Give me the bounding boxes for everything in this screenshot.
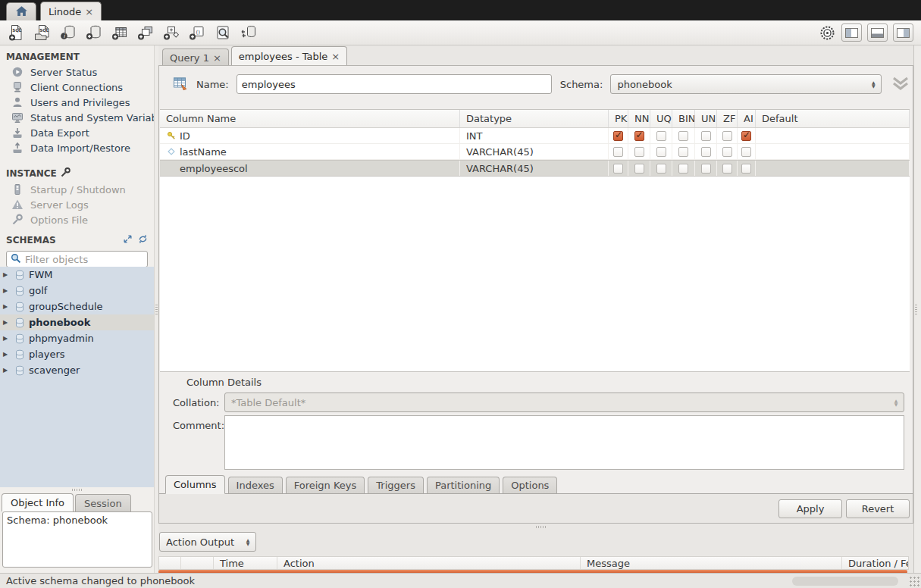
header-datatype[interactable]: Datatype	[460, 110, 609, 127]
spinner-icon[interactable]: ▲▼	[242, 538, 254, 546]
table-name-input[interactable]	[237, 74, 552, 94]
output-selector[interactable]: Action Output ▲▼	[159, 532, 256, 552]
un-checkbox[interactable]	[701, 147, 711, 157]
open-sql-script-icon[interactable]: SQL	[33, 23, 52, 42]
nn-checkbox[interactable]	[634, 147, 644, 157]
sidebar-item-options-file[interactable]: Options File	[0, 212, 154, 227]
connection-tab[interactable]: Linode ×	[40, 2, 102, 20]
close-icon[interactable]: ×	[85, 7, 93, 17]
tab-session[interactable]: Session	[75, 494, 131, 511]
uq-checkbox[interactable]	[656, 147, 666, 157]
sidebar-item-data-import[interactable]: Data Import/Restore	[0, 140, 154, 155]
expander-icon[interactable]: ▶	[3, 367, 11, 374]
schema-tree-item[interactable]: ▶ scavenger	[0, 362, 154, 378]
pk-checkbox[interactable]	[613, 164, 623, 174]
toggle-bottom-panel-button[interactable]	[867, 23, 888, 42]
revert-button[interactable]: Revert	[846, 499, 910, 518]
sidebar-item-system-variables[interactable]: Status and System Variables	[0, 110, 154, 125]
pk-checkbox[interactable]	[613, 131, 623, 141]
expander-icon[interactable]: ▶	[3, 335, 11, 342]
header-pk[interactable]: PK	[609, 110, 628, 127]
sidebar-item-server-logs[interactable]: Server Logs	[0, 197, 154, 212]
output-col-time[interactable]: Time	[214, 557, 277, 569]
schema-tree-item-selected[interactable]: ▶ phonebook	[0, 314, 154, 330]
tab-query-1[interactable]: Query 1 ×	[162, 48, 229, 66]
search-table-data-icon[interactable]	[214, 23, 232, 42]
sidebar-splitter-grip[interactable]	[72, 489, 83, 491]
expander-icon[interactable]: ▶	[3, 287, 11, 294]
comment-textarea[interactable]	[224, 415, 904, 470]
sidebar-item-client-connections[interactable]: Client Connections	[0, 80, 154, 95]
bin-checkbox[interactable]	[678, 164, 688, 174]
pk-checkbox[interactable]	[613, 147, 623, 157]
schema-tree-item[interactable]: ▶ FWM	[0, 267, 154, 283]
expander-icon[interactable]: ▶	[3, 303, 11, 310]
connection-info-icon[interactable]: i	[59, 23, 77, 42]
column-row-id[interactable]: ID INT	[160, 128, 910, 144]
bin-checkbox[interactable]	[678, 131, 688, 141]
tab-employees-table[interactable]: employees - Table ×	[231, 46, 347, 66]
tab-object-info[interactable]: Object Info	[2, 493, 74, 511]
bin-checkbox[interactable]	[678, 147, 688, 157]
schema-tree-item[interactable]: ▶ groupSchedule	[0, 299, 154, 314]
header-nn[interactable]: NN	[628, 110, 650, 127]
tab-options[interactable]: Options	[503, 477, 557, 493]
output-splitter-grip[interactable]	[536, 526, 547, 528]
header-default[interactable]: Default	[756, 110, 910, 127]
expander-icon[interactable]: ▶	[3, 319, 11, 326]
column-row-employeescol[interactable]: employeescol VARCHAR(45)	[160, 160, 910, 177]
header-ai[interactable]: AI	[738, 110, 756, 127]
output-col-message[interactable]: Message	[581, 557, 842, 569]
nn-checkbox[interactable]	[634, 164, 644, 174]
expander-icon[interactable]: ▶	[3, 271, 11, 278]
right-panel-splitter[interactable]	[913, 45, 921, 573]
tab-triggers[interactable]: Triggers	[368, 477, 424, 493]
sidebar-item-data-export[interactable]: Data Export	[0, 125, 154, 140]
un-checkbox[interactable]	[701, 131, 711, 141]
resize-grip[interactable]	[909, 576, 919, 586]
schema-tree-item[interactable]: ▶ players	[0, 346, 154, 362]
close-icon[interactable]: ×	[213, 53, 221, 63]
close-icon[interactable]: ×	[331, 52, 340, 61]
create-procedure-icon[interactable]	[162, 23, 180, 42]
ai-checkbox[interactable]	[741, 147, 751, 157]
zf-checkbox[interactable]	[722, 131, 732, 141]
ai-checkbox[interactable]	[741, 164, 751, 174]
schema-tree-item[interactable]: ▶ phpmyadmin	[0, 330, 154, 346]
tab-indexes[interactable]: Indexes	[228, 477, 283, 493]
toggle-left-sidebar-button[interactable]	[841, 23, 862, 42]
refresh-schemas-icon[interactable]	[138, 234, 148, 246]
header-zf[interactable]: ZF	[717, 110, 738, 127]
zf-checkbox[interactable]	[722, 164, 732, 174]
ai-checkbox[interactable]	[741, 131, 751, 141]
home-tab[interactable]	[6, 2, 36, 20]
tab-foreign-keys[interactable]: Foreign Keys	[286, 477, 365, 493]
uq-checkbox[interactable]	[656, 131, 666, 141]
header-column-name[interactable]: Column Name	[160, 110, 460, 127]
output-col-action[interactable]: Action	[277, 557, 581, 569]
create-function-icon[interactable]: ()	[188, 23, 206, 42]
new-sql-tab-icon[interactable]: SQL	[8, 23, 26, 42]
column-row-lastname[interactable]: lastName VARCHAR(45)	[160, 144, 910, 160]
toggle-right-sidebar-button[interactable]	[893, 23, 913, 42]
header-bin[interactable]: BIN	[672, 110, 695, 127]
status-scrollbar-thumb[interactable]	[792, 577, 898, 586]
apply-button[interactable]: Apply	[778, 499, 842, 518]
create-table-icon[interactable]	[111, 23, 129, 42]
expander-icon[interactable]: ▶	[3, 351, 11, 358]
tab-partitioning[interactable]: Partitioning	[427, 477, 500, 493]
create-schema-icon[interactable]	[85, 23, 103, 42]
schema-tree-item[interactable]: ▶ golf	[0, 283, 154, 299]
output-col-duration[interactable]: Duration / Fetch	[842, 557, 908, 569]
un-checkbox[interactable]	[701, 164, 711, 174]
uq-checkbox[interactable]	[656, 164, 666, 174]
expand-schemas-icon[interactable]	[123, 234, 133, 246]
tab-columns[interactable]: Columns	[165, 475, 225, 494]
schema-select[interactable]: phonebook ▲▼	[610, 74, 882, 94]
spinner-icon[interactable]: ▲▼	[867, 80, 879, 88]
create-view-icon[interactable]	[136, 23, 155, 42]
schema-filter-input[interactable]	[25, 254, 154, 265]
header-uq[interactable]: UQ	[650, 110, 672, 127]
sidebar-item-users-privileges[interactable]: Users and Privileges	[0, 95, 154, 110]
sync-database-icon[interactable]	[240, 23, 258, 42]
